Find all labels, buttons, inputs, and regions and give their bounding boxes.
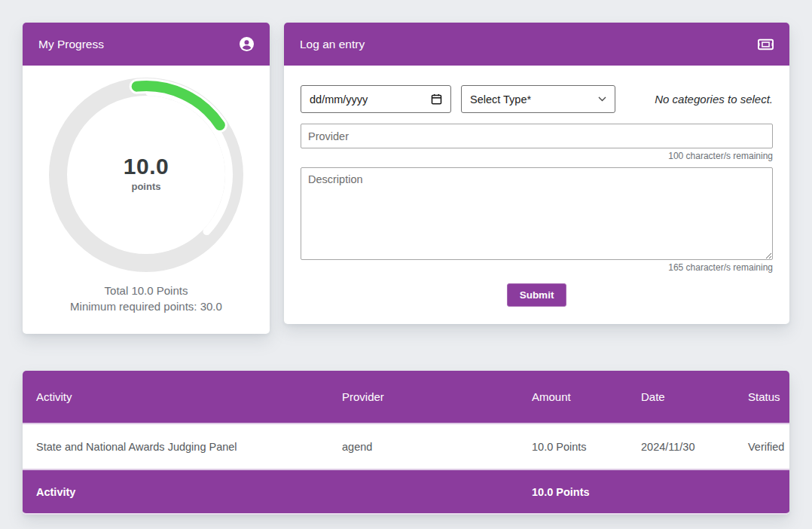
minimum-points-text: Minimum required points: 30.0 [23,298,270,314]
calendar-icon[interactable] [431,93,442,105]
footer-total-points: 10.0 Points [509,486,620,498]
type-select-value: Select Type* [470,93,531,105]
row-activity-cell: State and National Awards Judging Panel [23,441,321,453]
no-categories-note: No categories to select. [615,93,773,105]
chevron-down-icon [598,96,606,102]
log-entry-card: Log an entry dd/mm/yyyy [284,23,789,324]
ticket-icon [758,38,774,50]
progress-gauge: 10.0 points [47,76,245,274]
activity-table: Activity Provider Amount Date Status Sta… [23,371,789,515]
table-row: State and National Awards Judging Panel … [23,424,789,469]
row-provider-cell: agend [321,441,509,453]
progress-card-title: My Progress [38,38,104,51]
column-header-status: Status [727,390,789,403]
log-card-header: Log an entry [284,23,789,66]
column-header-activity: Activity [23,390,321,403]
activity-table-header: Activity Provider Amount Date Status [23,371,789,424]
row-date-cell: 2024/11/30 [620,441,727,453]
row-status-cell: Verified [727,441,789,453]
date-input[interactable]: dd/mm/yyyy [301,85,451,113]
description-textarea[interactable] [301,167,773,260]
provider-chars-remaining: 100 character/s remaining [301,151,773,161]
gauge-unit: points [124,181,169,192]
column-header-amount: Amount [509,390,620,403]
person-circle-icon [240,37,254,51]
activity-table-footer: Activity 10.0 Points [23,469,789,515]
total-points-text: Total 10.0 Points [23,283,270,298]
row-amount-cell: 10.0 Points [509,441,620,453]
date-input-value: dd/mm/yyyy [310,93,368,105]
type-select[interactable]: Select Type* [461,85,615,113]
gauge-center-label: 10.0 points [124,154,169,192]
provider-input[interactable] [301,124,773,148]
progress-card: My Progress 10.0 points Total 10.0 Point… [23,23,270,334]
gauge-value: 10.0 [124,154,169,179]
column-header-provider: Provider [321,390,509,403]
column-header-date: Date [620,390,727,403]
description-chars-remaining: 165 character/s remaining [301,262,773,273]
submit-button[interactable]: Submit [507,283,567,307]
progress-totals: Total 10.0 Points Minimum required point… [23,283,270,314]
footer-activity-label: Activity [23,486,321,498]
log-card-title: Log an entry [300,38,365,51]
progress-card-header: My Progress [23,23,270,66]
